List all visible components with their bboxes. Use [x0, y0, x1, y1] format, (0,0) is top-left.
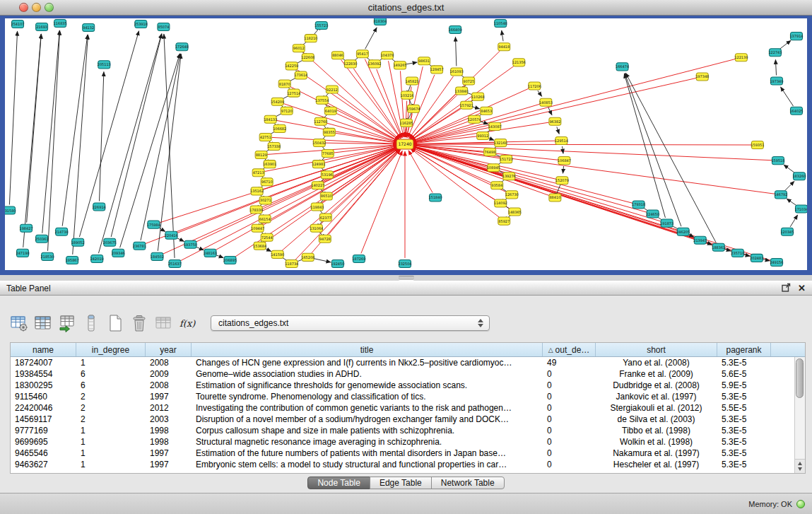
table-cell[interactable]: Yano et al. (2008): [596, 357, 717, 368]
network-node[interactable]: 226914: [93, 203, 106, 211]
network-node[interactable]: 152079: [555, 177, 569, 185]
network-node[interactable]: 94728: [319, 235, 331, 243]
table-cell[interactable]: 5.3E-5: [717, 357, 771, 368]
table-cell[interactable]: 1: [76, 448, 146, 459]
column-header-out-de[interactable]: △out_de…: [543, 343, 596, 356]
table-row[interactable]: 977716911998Corpus callosum shape and si…: [11, 425, 794, 436]
network-node[interactable]: 198427: [20, 224, 33, 232]
table-cell[interactable]: Structural magnetic resonance image aver…: [192, 436, 543, 448]
table-cell[interactable]: 0: [543, 448, 596, 459]
network-node[interactable]: 159351: [751, 141, 764, 148]
table-cell[interactable]: 9777169: [11, 425, 76, 436]
network-node[interactable]: 150432: [312, 139, 326, 146]
network-node[interactable]: 128457: [430, 66, 444, 74]
network-node[interactable]: 121356: [512, 59, 526, 66]
network-node[interactable]: 129514: [555, 136, 568, 144]
network-node[interactable]: 64019: [324, 107, 336, 115]
network-node[interactable]: 188361: [712, 243, 725, 251]
network-node[interactable]: 47213: [252, 169, 264, 177]
network-node[interactable]: 120345: [780, 228, 794, 235]
network-node[interactable]: 151840: [429, 194, 442, 201]
table-cell[interactable]: 5.3E-5: [717, 436, 771, 448]
network-node[interactable]: 209346: [112, 249, 125, 257]
network-node[interactable]: 195867: [66, 256, 79, 264]
network-node[interactable]: 110268: [471, 93, 485, 100]
table-cell[interactable]: Nakamura et al. (1997): [596, 448, 717, 459]
table-cell[interactable]: 2008: [146, 380, 192, 391]
network-node[interactable]: 122608: [301, 54, 314, 62]
network-node[interactable]: 242019: [90, 255, 104, 262]
network-node[interactable]: 165208: [301, 253, 314, 261]
network-hub-node[interactable]: 17240: [396, 139, 413, 149]
network-table-select[interactable]: citations_edges.txt: [211, 315, 490, 331]
minimize-window-button[interactable]: [32, 3, 41, 12]
network-node[interactable]: 77685: [322, 150, 334, 158]
network-node[interactable]: 97120: [281, 107, 293, 115]
network-node[interactable]: 193750: [184, 240, 197, 248]
network-node[interactable]: 206895: [223, 256, 237, 264]
network-node[interactable]: 133840: [455, 87, 469, 95]
network-node[interactable]: 139276: [502, 173, 516, 180]
network-node[interactable]: 214738: [55, 228, 69, 235]
network-node[interactable]: 161093: [450, 68, 464, 76]
table-cell[interactable]: 6: [76, 380, 146, 391]
table-row[interactable]: 1456911722003Disruption of a novel membe…: [11, 414, 794, 425]
network-node[interactable]: 88410: [549, 194, 561, 201]
table-cell[interactable]: 9699695: [11, 436, 76, 448]
table-cell[interactable]: 9465546: [11, 448, 76, 459]
network-node[interactable]: 192450: [331, 259, 344, 267]
scroll-up-icon[interactable]: [798, 462, 802, 465]
network-node[interactable]: 213947: [693, 236, 707, 244]
network-node[interactable]: 118210: [304, 35, 317, 42]
network-node[interactable]: 235710: [731, 249, 744, 257]
network-node[interactable]: 127514: [287, 89, 300, 97]
table-row[interactable]: 1830029562008Estimation of significance …: [11, 380, 794, 391]
table-cell[interactable]: Franke et al. (2009): [596, 368, 717, 380]
network-node[interactable]: 246205: [676, 228, 690, 235]
network-node[interactable]: 88046: [331, 52, 343, 59]
network-node[interactable]: 118734: [285, 259, 298, 267]
network-node[interactable]: 146792: [774, 191, 787, 199]
table-cell[interactable]: Embryonic stem cells: a model to study s…: [192, 459, 543, 470]
table-cell[interactable]: 5.9E-5: [717, 380, 771, 391]
panel-splitter[interactable]: [0, 275, 812, 281]
network-node[interactable]: 85927: [498, 217, 510, 225]
table-row[interactable]: 946554611997Estimation of the future num…: [11, 448, 794, 459]
network-node[interactable]: 184133: [264, 115, 277, 123]
table-row[interactable]: 1872400712008Changes of HCN gene express…: [11, 357, 794, 368]
tab-network-table[interactable]: Network Table: [431, 477, 505, 489]
network-node[interactable]: 120574: [468, 115, 481, 123]
network-node[interactable]: 104378: [380, 52, 394, 59]
network-node[interactable]: 251637: [168, 259, 182, 267]
table-cell[interactable]: 5.3E-5: [717, 448, 771, 459]
vertical-scrollbar[interactable]: [794, 357, 805, 473]
network-node[interactable]: 42751: [259, 133, 271, 141]
network-node[interactable]: 95417: [356, 50, 368, 58]
network-node[interactable]: 249156: [770, 258, 783, 266]
import-table-button[interactable]: [57, 313, 78, 334]
network-node[interactable]: 94418: [498, 43, 510, 51]
table-cell[interactable]: Hescheler et al. (1997): [596, 459, 717, 470]
table-cell[interactable]: 22420046: [11, 402, 76, 414]
network-node[interactable]: 103216: [400, 91, 413, 99]
network-node[interactable]: 109447: [251, 224, 264, 232]
table-cell[interactable]: 1: [76, 459, 146, 470]
table-row[interactable]: 1938455462009Genome–wide association stu…: [11, 368, 794, 380]
table-cell[interactable]: Dudbridge et al. (2008): [596, 380, 717, 391]
close-window-button[interactable]: [19, 3, 28, 12]
network-node[interactable]: 254107: [11, 21, 25, 28]
zoom-window-button[interactable]: [45, 3, 54, 12]
network-node[interactable]: 143087: [488, 122, 502, 130]
table-cell[interactable]: 19384554: [11, 368, 76, 380]
table-cell[interactable]: 2008: [146, 357, 192, 368]
table-cell[interactable]: 5.3E-5: [717, 391, 771, 402]
column-button[interactable]: [81, 313, 102, 334]
network-node[interactable]: 183260: [792, 173, 806, 180]
table-cell[interactable]: 1997: [146, 448, 192, 459]
column-header-name[interactable]: name: [11, 343, 76, 356]
table-row[interactable]: 946362711997Embryonic stem cells: a mode…: [11, 459, 794, 470]
table-cell[interactable]: 5.3E-5: [717, 425, 771, 436]
network-node[interactable]: 179318: [632, 201, 645, 209]
network-node[interactable]: 98631: [418, 57, 430, 65]
table-cell[interactable]: 1997: [146, 459, 192, 470]
